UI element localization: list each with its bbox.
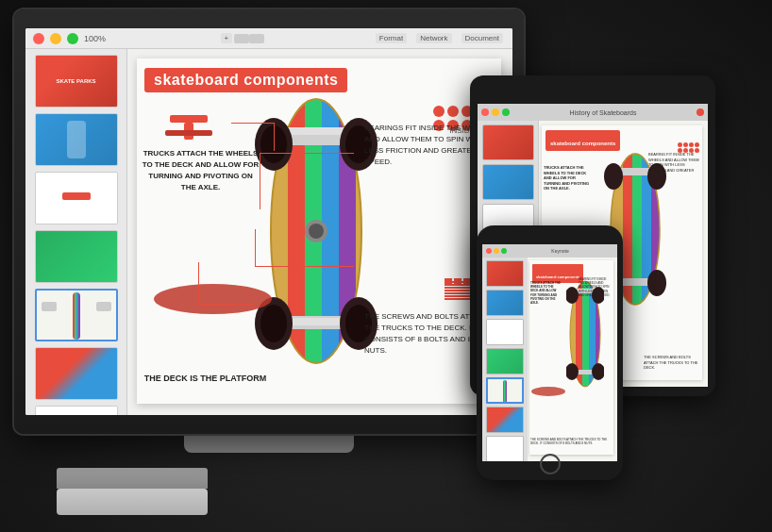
ipad-dot-4 [695, 142, 699, 147]
iphone-thumb-2[interactable] [486, 290, 524, 316]
svg-rect-5 [288, 71, 305, 391]
connector-line-4 [231, 123, 274, 124]
zoom-level: 100% [84, 34, 106, 43]
slide-thumb-4[interactable] [35, 230, 118, 283]
iphone-thumb-4[interactable] [486, 348, 524, 374]
iphone-main: skateboard components [528, 258, 617, 461]
iphone-screen: Keynote skateboard components [482, 244, 617, 461]
iphone-deck-oval [531, 387, 565, 396]
iphone-thumb-7[interactable] [486, 436, 524, 461]
slide-thumb-3[interactable] [35, 172, 118, 224]
svg-point-36 [647, 270, 666, 296]
connector-line-5 [255, 229, 256, 267]
svg-point-32 [604, 163, 623, 190]
toolbar-icon [234, 34, 249, 43]
iphone-slide-panel [482, 258, 528, 461]
add-slide-button[interactable]: + [221, 33, 233, 43]
toolbar-icon-2 [249, 34, 264, 43]
ipad-screws-label: THE SCREWS AND BOLTS ATTACH THE TRUCKS T… [644, 355, 700, 371]
iphone-bearings-label: BEARING FIT INSIDE THE WHEELS AND ALLOW … [579, 277, 613, 297]
slide-thumb-1[interactable]: SKATE PARKS [35, 55, 118, 108]
ipad-bearings-label: BEARING FIT INSIDE THE WHEELS AND ALLOW … [648, 152, 700, 178]
slide-thumb-7[interactable] [35, 406, 118, 415]
maximize-button-icon[interactable] [67, 33, 78, 44]
iphone-thumb-3[interactable] [486, 319, 524, 345]
minimize-button-icon[interactable] [50, 33, 61, 44]
svg-rect-26 [623, 135, 632, 324]
ipad-minimize-icon[interactable] [492, 108, 499, 116]
connector-line-6 [255, 266, 354, 267]
ipad-dot-2 [683, 142, 688, 147]
connector-line-7 [198, 262, 199, 305]
iphone-slide: skateboard components [529, 260, 613, 455]
iphone-device: Keynote skateboard components [477, 225, 623, 480]
network-button[interactable]: Network [416, 33, 451, 43]
ipad-dot-1 [678, 142, 682, 147]
iphone-thumb-1[interactable] [486, 260, 524, 287]
bearing-dot-2 [447, 106, 459, 117]
ipad-close-icon[interactable] [481, 108, 489, 116]
close-button-icon[interactable] [33, 33, 44, 44]
slide-thumb-5[interactable] [35, 289, 118, 341]
main-slide-area: skateboard components [127, 49, 512, 415]
ipad-play-icon[interactable] [696, 108, 704, 116]
ipad-dot-3 [689, 142, 694, 147]
deck-oval [154, 284, 272, 314]
iphone-thumb-6[interactable] [486, 407, 524, 433]
ipad-titlebar: History of Skateboards [478, 104, 708, 121]
slide-canvas: skateboard components [137, 58, 501, 404]
slide-panel: SKATE PARKS [25, 49, 127, 415]
trucks-label: TRUCKS ATTACH THE WHEELS TO THE DECK AND… [142, 148, 260, 193]
connector-line-1 [260, 153, 260, 209]
iphone-trucks-label: TRUCKS ATTACH THE WHEELS TO THE DECK AND… [530, 281, 561, 305]
ipad-thumb-1[interactable] [482, 125, 534, 160]
slide-thumb-6[interactable] [35, 347, 118, 400]
iphone-thumb-5[interactable] [486, 377, 524, 404]
monitor-screen: 100% + Format Network Document SKATE PAR… [25, 28, 512, 415]
iphone-close-icon[interactable] [486, 248, 492, 254]
format-button[interactable]: Format [376, 33, 407, 43]
svg-rect-27 [632, 135, 642, 324]
monitor-frame: 100% + Format Network Document SKATE PAR… [14, 9, 524, 434]
slide-thumb-2[interactable] [35, 113, 118, 166]
connector-line-2 [260, 153, 354, 154]
deck-label: THE DECK IS THE PLATFORM [142, 373, 269, 386]
iphone-screws-label: THE SCREWS AND BOLTS ATTACH THE TRUCKS T… [530, 438, 612, 445]
document-button[interactable]: Document [462, 33, 503, 43]
ipad-app-title: History of Skateboards [512, 109, 694, 116]
monitor: 100% + Format Network Document SKATE PAR… [14, 9, 524, 481]
iphone-minimize-icon[interactable] [494, 248, 499, 254]
iphone-home-button[interactable] [540, 454, 561, 474]
ipad-thumb-2[interactable] [482, 164, 534, 200]
app-titlebar: 100% + Format Network Document [25, 28, 512, 49]
mac-mini-base [57, 489, 208, 515]
toolbar-spacer: + [115, 33, 368, 43]
connector-line-3 [274, 123, 275, 151]
connector-line-8 [198, 304, 255, 305]
ipad-trucks-label: TRUCKS ATTACH THE WHEELS TO THE DECK AND… [544, 165, 593, 191]
svg-point-23 [309, 224, 324, 239]
iphone-titlebar: Keynote [482, 244, 617, 258]
ipad-maximize-icon[interactable] [502, 108, 510, 116]
svg-point-20 [260, 305, 287, 342]
iphone-app-title: Keynote [507, 248, 613, 254]
